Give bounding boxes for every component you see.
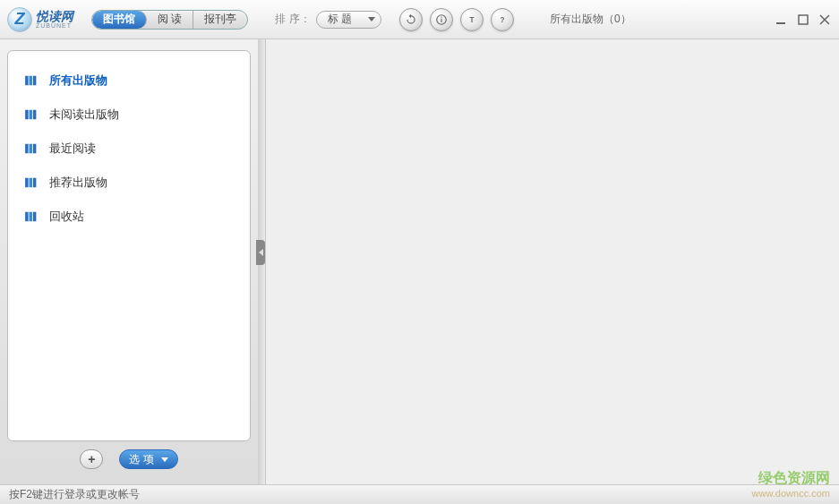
svg-rect-12 xyxy=(33,110,37,120)
sidebar-item-label: 所有出版物 xyxy=(49,73,107,89)
sidebar-list: 所有出版物 未阅读出版物 最近阅读 推荐出版物 回收站 xyxy=(7,50,251,441)
text-button[interactable]: T xyxy=(460,8,484,31)
tab-label: 报刊亭 xyxy=(204,12,236,27)
toolbar-buttons: T ? xyxy=(399,8,514,31)
svg-rect-11 xyxy=(30,110,33,120)
svg-rect-17 xyxy=(30,178,33,188)
books-icon xyxy=(24,142,40,155)
sidebar-panel: 所有出版物 未阅读出版物 最近阅读 推荐出版物 回收站 + xyxy=(0,39,258,484)
books-icon xyxy=(24,176,40,189)
options-button[interactable]: 选 项 xyxy=(119,449,177,469)
toolbar: Z 悦读网 ZUBUNET 图书馆 阅 读 报刊亭 排 序： 标 题 xyxy=(0,0,839,39)
sidebar-item-all[interactable]: 所有出版物 xyxy=(8,64,250,98)
sidebar-footer: + 选 项 xyxy=(7,441,251,477)
text-icon: T xyxy=(466,13,478,26)
sidebar-item-recent[interactable]: 最近阅读 xyxy=(8,132,250,166)
svg-rect-8 xyxy=(30,76,33,86)
splitter[interactable] xyxy=(258,39,265,484)
info-icon xyxy=(435,13,448,26)
books-icon xyxy=(24,210,40,223)
maximize-button[interactable] xyxy=(796,13,810,27)
svg-rect-5 xyxy=(776,22,785,24)
svg-rect-14 xyxy=(30,144,33,154)
refresh-icon xyxy=(405,13,417,26)
main-content xyxy=(265,39,839,484)
status-bar: 按F2键进行登录或更改帐号 xyxy=(0,484,839,504)
add-button[interactable]: + xyxy=(80,449,103,469)
help-icon: ? xyxy=(496,13,509,26)
tab-label: 图书馆 xyxy=(103,12,135,27)
sidebar-item-unread[interactable]: 未阅读出版物 xyxy=(8,98,250,132)
svg-rect-7 xyxy=(25,76,29,86)
options-label: 选 项 xyxy=(129,452,153,467)
svg-rect-15 xyxy=(33,144,37,154)
sort-value: 标 题 xyxy=(328,12,352,27)
info-button[interactable] xyxy=(430,8,453,31)
chevron-down-icon xyxy=(161,457,168,462)
svg-rect-19 xyxy=(25,212,29,222)
content-area: 所有出版物 未阅读出版物 最近阅读 推荐出版物 回收站 + xyxy=(0,39,839,484)
svg-rect-13 xyxy=(25,144,29,154)
sidebar-item-label: 回收站 xyxy=(49,209,84,225)
close-icon xyxy=(818,13,832,27)
close-button[interactable] xyxy=(818,13,832,27)
logo-letter: Z xyxy=(15,10,25,29)
logo-cn: 悦读网 xyxy=(36,10,73,22)
minimize-button[interactable] xyxy=(775,13,789,27)
tab-library[interactable]: 图书馆 xyxy=(92,11,147,29)
logo-en: ZUBUNET xyxy=(36,22,73,29)
nav-tabs: 图书馆 阅 读 报刊亭 xyxy=(91,10,248,30)
svg-rect-2 xyxy=(441,16,441,17)
page-title: 所有出版物（0） xyxy=(550,12,631,27)
sort-label: 排 序： xyxy=(275,12,310,27)
sidebar-item-label: 未阅读出版物 xyxy=(49,107,119,123)
books-icon xyxy=(24,108,40,121)
plus-icon: + xyxy=(88,452,95,466)
books-icon xyxy=(24,74,40,87)
logo-text: 悦读网 ZUBUNET xyxy=(36,10,73,29)
svg-text:?: ? xyxy=(501,15,505,23)
svg-rect-9 xyxy=(33,76,37,86)
tab-newsstand[interactable]: 报刊亭 xyxy=(193,11,247,29)
svg-rect-1 xyxy=(441,18,441,21)
tab-label: 阅 读 xyxy=(158,12,182,27)
svg-rect-21 xyxy=(33,212,37,222)
svg-text:T: T xyxy=(470,15,475,23)
sidebar-item-label: 最近阅读 xyxy=(49,141,96,157)
chevron-down-icon xyxy=(368,17,375,21)
sidebar-item-trash[interactable]: 回收站 xyxy=(8,200,250,234)
app-logo: Z 悦读网 ZUBUNET xyxy=(7,7,73,32)
sort-dropdown[interactable]: 标 题 xyxy=(316,11,381,29)
logo-badge-icon: Z xyxy=(7,7,32,32)
window-controls xyxy=(775,13,832,27)
status-text: 按F2键进行登录或更改帐号 xyxy=(9,487,140,502)
refresh-button[interactable] xyxy=(399,8,423,31)
svg-rect-18 xyxy=(33,178,37,188)
sidebar-item-recommended[interactable]: 推荐出版物 xyxy=(8,166,250,200)
tab-read[interactable]: 阅 读 xyxy=(147,11,193,29)
svg-rect-16 xyxy=(25,178,29,188)
maximize-icon xyxy=(796,13,810,27)
sidebar-item-label: 推荐出版物 xyxy=(49,175,107,191)
collapse-handle-icon[interactable] xyxy=(256,240,265,265)
minimize-icon xyxy=(775,13,789,27)
svg-rect-20 xyxy=(30,212,33,222)
help-button[interactable]: ? xyxy=(491,8,514,31)
sort-group: 排 序： 标 题 xyxy=(275,11,381,29)
svg-rect-10 xyxy=(25,110,29,120)
svg-rect-6 xyxy=(799,15,808,24)
